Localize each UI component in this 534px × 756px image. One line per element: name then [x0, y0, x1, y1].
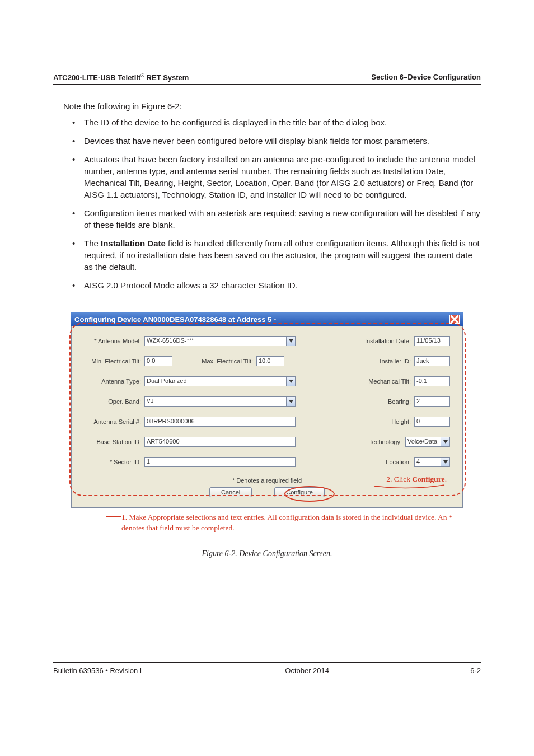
configure-button[interactable]: Configure	[274, 487, 325, 497]
callout-box	[69, 323, 466, 496]
annotation-click-configure: 2. Click Configure.	[386, 475, 447, 484]
note-item: The ID of the device to be configured is…	[70, 116, 481, 128]
mech-tilt-field[interactable]: -0.1	[414, 376, 450, 386]
label-technology: Technology:	[345, 438, 405, 445]
dialog-body: * Antenna Model: WZX-6516DS-*** Installa…	[71, 326, 463, 508]
height-field[interactable]: 0	[414, 417, 450, 427]
dialog-titlebar: Configuring Device AN0000DESA074828648 a…	[71, 312, 463, 326]
footer-center: October 2014	[285, 666, 329, 675]
config-dialog: Configuring Device AN0000DESA074828648 a…	[71, 312, 463, 508]
product-suffix: RET System	[144, 73, 189, 82]
product-name: ATC200-LITE-USB Teletilt	[53, 73, 140, 82]
note-bold: Installation Date	[101, 239, 166, 248]
select-value: WZX-6516DS-***	[147, 337, 194, 344]
bearing-field[interactable]: 2	[414, 396, 450, 407]
label-base-station: Base Station ID:	[84, 438, 144, 445]
select-value: Voice/Data	[407, 438, 437, 445]
annot-text: 2. Click	[386, 475, 412, 483]
label-min-tilt: Min. Electrical Tilt:	[84, 358, 144, 365]
select-value: Dual Polarized	[147, 377, 187, 384]
technology-select[interactable]: Voice/Data	[405, 437, 450, 447]
annot-text: .	[445, 475, 447, 483]
label-mech-tilt: Mechanical Tilt:	[354, 378, 414, 385]
dialog-title: Configuring Device AN0000DESA074828648 a…	[74, 315, 276, 324]
install-date-field[interactable]: 11/05/13	[414, 336, 450, 346]
label-bearing: Bearing:	[354, 398, 414, 405]
note-item: AISG 2.0 Protocol Mode allows a 32 chara…	[70, 279, 481, 291]
close-icon[interactable]	[449, 315, 460, 324]
label-height: Height:	[354, 418, 414, 425]
antenna-type-select[interactable]: Dual Polarized	[144, 376, 296, 386]
installer-id-field[interactable]: Jack	[414, 356, 450, 366]
annotation-instructions: 1. Make Appropriate selections and text …	[71, 512, 463, 534]
label-sector: * Sector ID:	[84, 459, 144, 465]
max-tilt-field[interactable]: 10.0	[256, 356, 284, 366]
serial-field[interactable]: 08RPRS0000006	[144, 417, 296, 427]
note-item: Actuators that have been factory install…	[70, 153, 481, 200]
label-antenna-model: * Antenna Model:	[84, 338, 144, 344]
callout-leader	[106, 497, 121, 517]
chevron-down-icon[interactable]	[441, 437, 449, 446]
underline-swoosh	[373, 484, 446, 489]
select-value: VI	[147, 398, 154, 404]
antenna-model-select[interactable]: WZX-6516DS-***	[144, 336, 296, 346]
notes-list: The ID of the device to be configured is…	[70, 116, 481, 291]
location-select[interactable]: 4	[414, 457, 450, 467]
footer-right: 6-2	[470, 666, 481, 675]
chevron-down-icon[interactable]	[286, 397, 295, 406]
oper-band-select[interactable]: VI	[144, 396, 296, 407]
registered-mark: ®	[140, 73, 144, 78]
base-station-field[interactable]: ART540600	[144, 437, 296, 447]
note-item: Configuration items marked with an aster…	[70, 207, 481, 231]
label-max-tilt: Max. Electrical Tilt:	[195, 358, 256, 365]
header-left: ATC200-LITE-USB Teletilt® RET System	[53, 73, 189, 82]
footer-left: Bulletin 639536 • Revision L	[53, 666, 144, 675]
intro-line: Note the following in Figure 6-2:	[63, 101, 481, 111]
header-right: Section 6–Device Configuration	[371, 73, 481, 82]
label-oper-band: Oper. Band:	[84, 398, 144, 405]
annot-text: 1. Make Appropriate selections and text …	[121, 513, 453, 532]
chevron-down-icon[interactable]	[286, 337, 295, 346]
label-installer-id: Installer ID:	[354, 358, 414, 365]
note-item: Devices that have never been configured …	[70, 135, 481, 147]
sector-field[interactable]: 1	[144, 457, 296, 467]
running-header: ATC200-LITE-USB Teletilt® RET System Sec…	[53, 73, 481, 85]
label-antenna-type: Antenna Type:	[84, 378, 144, 385]
label-serial: Antenna Serial #:	[84, 418, 144, 425]
min-tilt-field[interactable]: 0.0	[144, 356, 172, 366]
chevron-down-icon[interactable]	[286, 377, 295, 386]
label-location: Location:	[354, 459, 414, 465]
note-item: The Installation Date field is handled d…	[70, 237, 481, 273]
annot-bold: Configure	[412, 475, 444, 483]
cancel-button[interactable]: Cancel	[209, 487, 252, 497]
note-text: The	[84, 239, 101, 248]
select-value: 4	[416, 458, 420, 465]
figure-caption: Figure 6-2. Device Configuration Screen.	[53, 549, 481, 558]
page-footer: Bulletin 639536 • Revision L October 201…	[53, 662, 481, 675]
label-install-date: Installation Date:	[354, 338, 414, 344]
chevron-down-icon[interactable]	[441, 458, 449, 466]
